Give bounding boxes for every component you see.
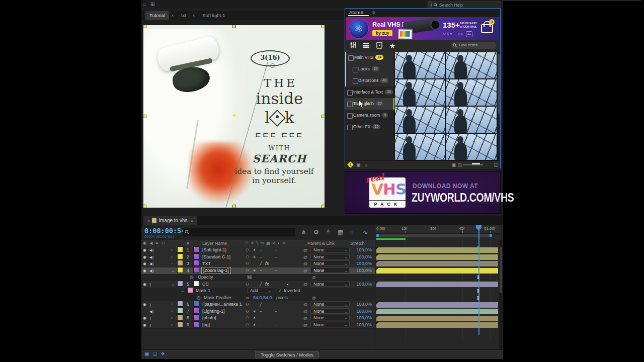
- quality-switch[interactable]: −: [260, 308, 262, 315]
- comp-flowchart-icon[interactable]: ⋔: [301, 229, 306, 236]
- feather-value[interactable]: 54,0,54,0: [253, 295, 272, 301]
- tab-txt[interactable]: txt: [177, 11, 190, 20]
- close-icon[interactable]: ×: [147, 218, 150, 223]
- pickwhip-icon[interactable]: @: [303, 260, 307, 267]
- audio-icon[interactable]: [149, 315, 151, 321]
- category-interface-text[interactable]: Interface & Text30: [345, 86, 394, 98]
- close-icon[interactable]: ×: [169, 13, 176, 18]
- eye-icon[interactable]: ◉: [143, 315, 146, 321]
- layer-name[interactable]: CC: [202, 281, 209, 288]
- audio-icon[interactable]: [149, 322, 151, 328]
- frame-blend-switch[interactable]: −: [275, 308, 277, 315]
- audio-icon[interactable]: ◀: [149, 267, 153, 274]
- work-area-bar[interactable]: [376, 234, 492, 237]
- stopwatch-icon[interactable]: ◷: [190, 274, 194, 281]
- stretch-value[interactable]: 100,0%: [350, 281, 372, 288]
- expand-in-out-icon[interactable]: ❖: [160, 351, 165, 356]
- stretch-value[interactable]: 100,0%: [350, 260, 372, 267]
- search-help-field[interactable]: Search Help: [432, 2, 501, 9]
- inverted-checkbox[interactable]: ✓: [278, 288, 282, 294]
- favorites-star-icon[interactable]: ★: [388, 42, 396, 50]
- audio-icon[interactable]: ◀: [149, 254, 153, 260]
- layer-bar[interactable]: [376, 282, 498, 287]
- stretch-value[interactable]: 100,0%: [350, 322, 372, 328]
- vhs-ad-banner[interactable]: real VHS PACK DOWNLOAD NOW AT ZUYWORLD.C…: [345, 171, 501, 214]
- quality-switch[interactable]: −: [260, 322, 262, 328]
- selection-handle[interactable]: [233, 25, 235, 28]
- stopwatch-icon[interactable]: ◷: [197, 295, 201, 301]
- expand-chevron[interactable]: ›: [171, 254, 173, 260]
- eye-icon[interactable]: ◉: [143, 260, 146, 267]
- layer-name[interactable]: Градиен...аливка 1: [202, 301, 242, 308]
- timeline-graph-area[interactable]: 0:00f 15f 30f 45f 01:00f I I I: [375, 225, 499, 349]
- collapse-switch[interactable]: ☀: [253, 322, 256, 328]
- collapse-switch[interactable]: ☀: [253, 267, 256, 274]
- draft-3d-icon[interactable]: ⚙: [313, 229, 319, 236]
- pickwhip-icon[interactable]: @: [303, 301, 307, 308]
- selection-handle[interactable]: [322, 205, 325, 208]
- tab-image-to-vhs[interactable]: ×Image to vhs≡: [143, 216, 197, 225]
- pickwhip-icon[interactable]: @: [312, 295, 316, 301]
- pickwhip-icon[interactable]: @: [303, 254, 307, 260]
- pickwhip-icon[interactable]: @: [303, 267, 307, 274]
- quality-switch[interactable]: −: [260, 315, 262, 321]
- property-row-mask-feather[interactable]: ◷ Mask Feather ∞ 54,0,54,0 pixels @: [141, 295, 375, 302]
- table-row[interactable]: ◉◀ › 1 [Soft light-1] ⚇☀−− @ None⌄ 100,0…: [141, 247, 375, 254]
- thumbnail-size-slider[interactable]: [463, 164, 483, 165]
- layer-name[interactable]: [photo]: [202, 315, 216, 321]
- shy-toggle-icon[interactable]: ≙: [326, 229, 331, 236]
- expand-chevron[interactable]: ›: [171, 260, 173, 267]
- value-ibeam[interactable]: I: [476, 275, 480, 281]
- music-icon[interactable]: ♫: [364, 161, 368, 168]
- selection-handle[interactable]: [143, 115, 146, 118]
- expand-corner-icon[interactable]: ◱: [494, 161, 498, 168]
- close-icon[interactable]: ×: [190, 13, 197, 18]
- quality-switch[interactable]: −: [260, 267, 262, 274]
- pickwhip-icon[interactable]: @: [312, 274, 316, 281]
- expand-layer-switches-icon[interactable]: ▣: [144, 351, 149, 356]
- category-looks[interactable]: Looks34: [346, 63, 394, 75]
- list-view-icon[interactable]: [362, 42, 370, 50]
- property-name[interactable]: Mask Feather: [204, 295, 231, 301]
- stretch-value[interactable]: 100,0%: [350, 301, 372, 308]
- property-row-opacity[interactable]: ◷ Opacity 15 % @: [141, 274, 375, 282]
- selection-handle[interactable]: [143, 205, 146, 208]
- property-row-mask[interactable]: ⌄ Mask 1 Add⌄ ✓ Inverted: [141, 288, 375, 295]
- pickwhip-icon[interactable]: @: [303, 322, 307, 328]
- composition-canvas[interactable]: 3(16) THE inside lk ⊏⊏⊏ ⊏⊏⊏ WITH SEARCH …: [143, 25, 325, 208]
- label-color-chip[interactable]: [178, 260, 183, 265]
- expand-chevron[interactable]: ›: [171, 301, 173, 308]
- frame-blend-switch[interactable]: −: [275, 254, 277, 260]
- inverted-label[interactable]: Inverted: [284, 288, 300, 294]
- table-row[interactable]: ◀ › 7 [Lighting-1] ⚇☀−− @ None⌄ 100,0%: [141, 308, 375, 316]
- slider-thumb[interactable]: [472, 163, 480, 164]
- frame-blend-icon[interactable]: ▦: [338, 229, 343, 236]
- parent-dropdown[interactable]: None⌄: [310, 308, 350, 314]
- expand-chevron[interactable]: ⌄: [171, 267, 175, 274]
- layer-bar[interactable]: [376, 247, 498, 253]
- quality-switch[interactable]: −: [260, 254, 262, 260]
- expand-transfer-modes-icon[interactable]: ◲: [152, 351, 157, 356]
- motion-blur-icon[interactable]: ◌: [350, 229, 353, 236]
- layer-name[interactable]: [Lighting-1]: [202, 308, 225, 315]
- label-color-chip[interactable]: [178, 254, 183, 259]
- panel-menu-icon[interactable]: ≡: [191, 218, 193, 223]
- category-tape-glitch[interactable]: Tape glitch20: [345, 98, 394, 110]
- shy-switch[interactable]: ⚇: [246, 247, 249, 253]
- audio-icon[interactable]: [149, 301, 151, 308]
- pickwhip-icon[interactable]: @: [303, 247, 307, 253]
- cart-icon[interactable]: 3: [481, 21, 492, 31]
- parent-dropdown[interactable]: None⌄: [310, 254, 350, 259]
- parent-dropdown[interactable]: None⌄: [310, 260, 350, 266]
- layer-name[interactable]: [Standart C-1]: [202, 254, 230, 260]
- preset-thumbnail[interactable]: [446, 79, 497, 106]
- parent-dropdown[interactable]: None⌄: [310, 281, 350, 287]
- pickwhip-icon[interactable]: @: [303, 281, 307, 288]
- current-timecode[interactable]: 0:00:00:54: [144, 227, 185, 235]
- eye-icon[interactable]: ◉: [143, 247, 146, 253]
- toggle-switches-modes-button[interactable]: Toggle Switches / Modes: [255, 351, 319, 358]
- layer-name-header[interactable]: Layer Name: [202, 240, 227, 247]
- audio-icon[interactable]: [149, 281, 151, 288]
- selection-handle[interactable]: [233, 205, 235, 208]
- expand-chevron[interactable]: ›: [171, 247, 173, 253]
